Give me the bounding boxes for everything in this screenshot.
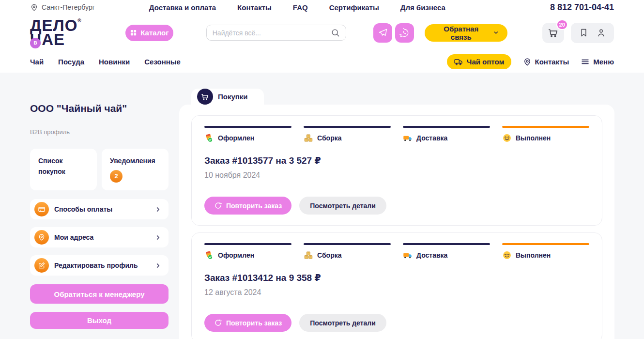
step-label: Сборка [317,134,341,142]
note-check-icon [204,250,214,260]
topbar-link-business[interactable]: Для бизнеса [400,3,445,12]
menu-button[interactable]: Меню [581,57,614,66]
logo[interactable]: ДЕЛО® ЧАЕ в [30,19,92,46]
whatsapp-button[interactable] [395,23,414,43]
sidebar-item-my-addresses[interactable]: Мои адреса [30,227,169,247]
purchases-content: Покупки Оформлен [179,73,614,339]
note-check-icon [204,133,214,143]
company-name: ООО "Чайный чай" [30,103,169,114]
repeat-order-button[interactable]: Повторить заказ [204,314,291,332]
wholesale-button[interactable]: Чай оптом [447,54,511,69]
smiley-icon [502,133,512,143]
sidebar-item-edit-profile[interactable]: Редактировать профиль [30,255,169,276]
repeat-order-button[interactable]: Повторить заказ [204,197,291,215]
notifications-count-badge: 2 [110,170,123,183]
nav-item-tea[interactable]: Чай [30,58,44,66]
boxes-icon [304,250,313,260]
edit-profile-icon [34,258,49,273]
step-completed: Выполнен [502,126,589,143]
profile-type-label: B2B профиль [30,128,169,136]
topbar-link-certificates[interactable]: Сертификаты [329,3,379,12]
feedback-button[interactable]: Обратная связь [425,24,508,42]
order-title: Заказ #1013412 на 9 358 ₽ [204,272,589,283]
menu-label: Меню [593,58,614,66]
payment-card-icon [34,202,49,216]
chevron-down-icon [493,30,499,36]
step-progress-line [403,243,490,245]
contact-manager-button[interactable]: Обратиться к менеджеру [30,284,169,304]
favorites-button[interactable] [579,28,589,38]
catalog-button[interactable]: Каталог [125,25,173,41]
chevron-right-icon [154,206,162,213]
order-card: Оформлен Сборка Дост [191,115,602,226]
delivery-truck-icon [403,133,413,143]
topbar-nav: Доставка и оплата Контакты FAQ Сертифика… [149,3,445,12]
hamburger-icon [581,57,590,66]
location-pin-icon [523,58,532,66]
boxes-icon [304,133,313,143]
header-main-row: ДЕЛО® ЧАЕ в Каталог Обратная связь 20 [30,15,614,51]
city-selector[interactable]: Санкт-Петербург [30,3,95,12]
contacts-label: Контакты [535,58,569,66]
purchases-tab-label: Покупки [218,92,248,101]
bookmark-icon [579,28,589,38]
sidebar-item-payment-methods[interactable]: Способы оплаты [30,199,169,219]
telegram-button[interactable] [373,23,392,43]
step-progress-line [304,243,391,245]
cart-button[interactable]: 20 [542,23,564,43]
step-assembly: Сборка [304,126,391,143]
logout-button[interactable]: Выход [30,312,169,329]
tab-notifications[interactable]: Уведомления 2 [102,149,169,190]
topbar-link-contacts[interactable]: Контакты [237,3,272,12]
whatsapp-icon [399,28,409,38]
main-area: ООО "Чайный чай" B2B профиль Список поку… [0,73,644,339]
topbar-link-delivery[interactable]: Доставка и оплата [149,3,216,12]
order-status-steps: Оформлен Сборка Дост [204,126,589,143]
order-card: Оформлен Сборка Дост [191,232,602,339]
purchases-cart-icon [197,89,213,105]
order-actions: Повторить заказ Посмотреть детали [204,314,589,332]
view-details-button[interactable]: Посмотреть детали [299,197,386,215]
search-input[interactable] [213,29,331,37]
shopping-list-label: Список покупок [38,156,89,177]
profile-sidebar: ООО "Чайный чай" B2B профиль Список поку… [30,73,169,339]
search-icon[interactable] [331,28,340,37]
step-assembly: Сборка [304,243,391,260]
profile-button[interactable] [596,28,606,38]
step-delivery: Доставка [403,243,490,260]
location-pin-icon [30,3,38,12]
nav-item-new[interactable]: Новинки [99,58,130,66]
address-pin-icon [34,230,49,245]
sidebar-item-label: Редактировать профиль [54,262,154,269]
feedback-label: Обратная связь [433,25,489,41]
step-created: Оформлен [204,243,291,260]
order-date: 10 ноября 2024 [204,171,589,180]
step-completed: Выполнен [502,243,589,260]
repeat-order-label: Повторить заказ [226,319,282,327]
step-progress-line-active [502,243,589,245]
step-progress-line [403,126,490,128]
tab-purchases[interactable]: Покупки [191,89,264,105]
view-details-button[interactable]: Посмотреть детали [299,314,386,332]
step-label: Доставка [416,251,447,259]
sidebar-tabs: Список покупок Уведомления 2 [30,149,169,190]
step-label: Оформлен [218,251,254,259]
topbar-link-faq[interactable]: FAQ [293,3,308,12]
contacts-link[interactable]: Контакты [523,58,569,66]
logo-registered-mark: ® [77,18,81,23]
catalog-label: Каталог [140,29,169,37]
nav-item-seasonal[interactable]: Сезонные [144,58,181,66]
phone-number[interactable]: 8 812 701-04-41 [550,2,614,13]
step-label: Сборка [317,251,341,259]
tab-shopping-list[interactable]: Список покупок [30,149,97,190]
nav-item-dishes[interactable]: Посуда [58,58,84,66]
step-progress-line [204,126,291,128]
sidebar-item-label: Мои адреса [54,233,154,241]
refresh-icon [214,201,222,210]
account-group [571,23,614,43]
step-label: Выполнен [516,251,551,259]
category-links: Чай Посуда Новинки Сезонные [30,58,181,66]
order-date: 12 августа 2024 [204,288,589,297]
category-nav: Чай Посуда Новинки Сезонные Чай оптом Ко… [30,51,614,73]
site-header: Санкт-Петербург Доставка и оплата Контак… [0,0,644,73]
